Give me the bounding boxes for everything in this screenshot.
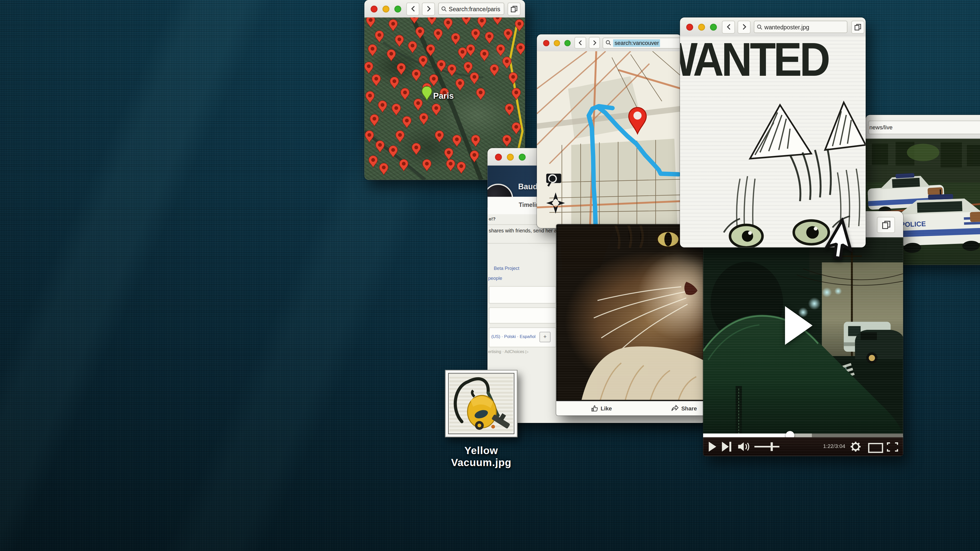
compass-icon[interactable] xyxy=(546,192,565,213)
window-controls xyxy=(543,40,571,46)
poster-paper: WANTED xyxy=(680,36,865,248)
file-name-line2: Vacuum.jpg xyxy=(425,457,538,468)
file-name-line1: Yellow xyxy=(425,445,538,457)
play-icon[interactable] xyxy=(708,441,717,451)
cat-photo-card: Like Share xyxy=(556,224,706,415)
streetview-camera-icon[interactable] xyxy=(546,171,562,187)
destination-pin-icon xyxy=(627,106,648,135)
desktop-collage: Search:france/paris Paris xyxy=(0,0,980,551)
facebook-card xyxy=(489,307,556,324)
search-input[interactable]: Search:france/paris xyxy=(438,3,504,15)
photo-action-bar: Like Share xyxy=(556,401,706,415)
vacuum-image xyxy=(449,374,513,433)
file-value: wantedposter.jpg xyxy=(764,24,809,30)
zoom-button[interactable] xyxy=(564,40,570,46)
close-button[interactable] xyxy=(543,40,549,46)
back-button[interactable] xyxy=(574,37,586,49)
zoom-button[interactable] xyxy=(394,5,401,12)
close-button[interactable] xyxy=(495,153,502,160)
minimize-button[interactable] xyxy=(698,24,705,30)
new-window-button[interactable] xyxy=(508,2,520,15)
like-button[interactable]: Like xyxy=(591,405,612,412)
address-value: news/live xyxy=(870,124,893,130)
theater-mode-button[interactable] xyxy=(868,443,883,453)
vancouver-titlebar: search:vancouver xyxy=(537,35,681,52)
next-icon[interactable] xyxy=(722,441,732,451)
back-button[interactable] xyxy=(722,21,735,33)
volume-icon[interactable] xyxy=(738,442,752,451)
back-button[interactable] xyxy=(406,2,419,15)
search-value-selected: search:vancouver xyxy=(613,39,660,46)
window-controls xyxy=(371,5,401,12)
search-icon xyxy=(757,24,762,30)
paris-place-label: Paris xyxy=(433,91,454,101)
minimize-button[interactable] xyxy=(507,153,514,160)
file-name-label[interactable]: Yellow Vacuum.jpg xyxy=(425,445,538,468)
forward-button[interactable] xyxy=(422,2,435,15)
play-button[interactable] xyxy=(783,305,815,346)
paris-titlebar: Search:france/paris xyxy=(364,0,525,18)
copy-icon xyxy=(511,5,517,12)
chevron-left-icon xyxy=(726,24,731,30)
close-button[interactable] xyxy=(686,24,693,30)
chevron-left-icon xyxy=(410,6,415,12)
forward-button[interactable] xyxy=(589,37,600,49)
facebook-card xyxy=(489,286,556,304)
facebook-language-card: (US) · Polski · Español + xyxy=(489,327,556,347)
time-total: 3:04 xyxy=(835,443,845,449)
thumbs-up-icon xyxy=(591,405,598,412)
poster-headline: WANTED xyxy=(680,36,828,87)
share-button[interactable]: Share xyxy=(671,405,697,412)
bio-text: shares with friends, send her a fr xyxy=(489,228,556,235)
text-fragment: o!? xyxy=(489,217,496,221)
played-bar xyxy=(703,433,790,437)
vancouver-map-canvas[interactable] xyxy=(537,51,681,228)
window-controls xyxy=(495,153,526,160)
cat-photo xyxy=(556,224,706,401)
new-window-button[interactable] xyxy=(851,21,864,33)
time-separator: / xyxy=(834,443,835,449)
minimize-button[interactable] xyxy=(383,5,390,12)
file-input[interactable]: wantedposter.jpg xyxy=(754,21,847,33)
settings-gear-icon[interactable] xyxy=(851,441,861,451)
search-value: Search:france/paris xyxy=(449,5,500,12)
share-label: Share xyxy=(681,405,697,411)
address-input[interactable]: news/live xyxy=(868,121,980,135)
file-thumbnail-yellow-vacuum[interactable] xyxy=(445,370,517,437)
copy-icon xyxy=(854,24,861,30)
volume-slider[interactable] xyxy=(754,441,781,451)
language-links[interactable]: (US) · Polski · Español xyxy=(491,334,535,338)
fullscreen-icon[interactable] xyxy=(887,442,898,452)
link-beta-project[interactable]: Beta Project xyxy=(494,265,519,271)
time-display: 1:22/3:04 xyxy=(823,443,845,449)
zoom-button[interactable] xyxy=(710,24,717,30)
zoom-button[interactable] xyxy=(519,153,526,160)
time-current: 1:22 xyxy=(823,443,834,449)
video-frame[interactable] xyxy=(703,238,903,436)
news-titlebar: news/live xyxy=(865,115,980,140)
window-controls xyxy=(686,24,717,30)
chevron-left-icon xyxy=(578,40,582,46)
vancouver-browser-window: search:vancouver xyxy=(537,35,681,228)
chevron-right-icon xyxy=(426,6,431,12)
vacuum-illustration xyxy=(449,374,513,433)
close-button[interactable] xyxy=(371,5,377,12)
footer-links[interactable]: ertising · AdChoices ▷ xyxy=(488,349,528,354)
copy-icon xyxy=(881,221,890,229)
minimize-button[interactable] xyxy=(554,40,560,46)
desktop: Search:france/paris Paris xyxy=(0,0,980,551)
chevron-right-icon xyxy=(741,24,747,30)
search-icon xyxy=(606,40,611,46)
like-label: Like xyxy=(600,405,612,411)
paris-green-pin-icon xyxy=(422,86,433,101)
link-people[interactable]: people xyxy=(488,275,502,281)
chevron-right-icon xyxy=(592,40,597,46)
share-arrow-icon xyxy=(671,405,679,412)
add-language-button[interactable]: + xyxy=(539,332,550,342)
video-player-window: 1:22/3:04 xyxy=(703,211,903,456)
video-progress-track[interactable] xyxy=(703,433,903,437)
new-window-button[interactable] xyxy=(877,217,895,233)
cat-photo-detail xyxy=(556,224,706,401)
search-input[interactable]: search:vancouver xyxy=(603,37,681,48)
forward-button[interactable] xyxy=(738,21,751,33)
